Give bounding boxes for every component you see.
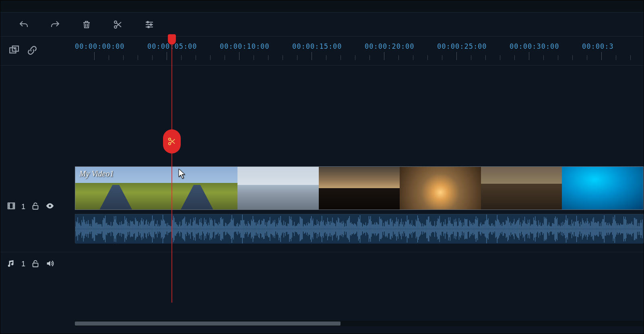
svg-rect-714 <box>33 263 38 267</box>
ruler-tick-label: 00:00:20:00 <box>365 42 415 50</box>
video-clip[interactable]: My Video1 <box>75 166 644 210</box>
add-marker-icon[interactable] <box>8 45 19 57</box>
lock-icon[interactable] <box>31 201 40 212</box>
audio-waveform[interactable] <box>75 214 644 243</box>
music-note-icon <box>7 259 16 270</box>
speaker-icon[interactable] <box>45 259 54 270</box>
svg-point-7 <box>169 138 171 141</box>
video-track-header: 1 <box>0 166 75 247</box>
visibility-icon[interactable] <box>45 201 54 212</box>
clip-thumb <box>481 167 562 210</box>
film-icon <box>7 201 16 212</box>
link-icon[interactable] <box>27 45 37 57</box>
svg-point-3 <box>150 24 152 25</box>
time-ruler[interactable]: 00:00:00:0000:00:05:0000:00:10:0000:00:1… <box>75 37 644 65</box>
music-track-index: 1 <box>21 260 25 268</box>
playhead-handle[interactable] <box>168 34 176 45</box>
split-button[interactable] <box>111 17 125 32</box>
svg-point-4 <box>148 26 149 28</box>
scrollbar-thumb[interactable] <box>75 322 341 326</box>
svg-point-2 <box>147 21 149 23</box>
video-track: 1 My Video1 <box>0 166 644 247</box>
clip-thumb <box>237 167 319 210</box>
clip-thumb <box>400 167 481 210</box>
timeline-toolbar <box>0 12 644 37</box>
lock-icon[interactable] <box>31 259 40 270</box>
clip-thumb <box>319 167 400 210</box>
svg-point-1 <box>114 26 117 28</box>
clip-thumb <box>157 167 238 210</box>
svg-point-0 <box>114 21 117 23</box>
video-editor-timeline: 00:00:00:0000:00:05:0000:00:10:0000:00:1… <box>0 0 644 334</box>
settings-button[interactable] <box>142 17 157 32</box>
ruler-controls <box>0 37 75 65</box>
split-bubble-button[interactable] <box>163 129 181 154</box>
clip-thumb <box>562 167 643 210</box>
video-track-index: 1 <box>21 203 25 211</box>
ruler-row: 00:00:00:0000:00:05:0000:00:10:0000:00:1… <box>0 37 644 66</box>
clip-title: My Video1 <box>79 169 114 178</box>
svg-rect-10 <box>33 205 38 209</box>
music-track: 1 <box>0 252 644 276</box>
ruler-tick-label: 00:00:15:00 <box>292 42 342 50</box>
music-track-header: 1 <box>0 252 75 276</box>
undo-button[interactable] <box>17 17 31 32</box>
ruler-tick-label: 00:00:3 <box>582 42 614 50</box>
clip-thumb: My Video1 <box>75 167 157 210</box>
ruler-tick-label: 00:00:00:00 <box>75 42 125 50</box>
redo-button[interactable] <box>48 17 62 32</box>
video-track-body[interactable]: My Video1 <box>75 166 644 247</box>
ruler-tick-label: 00:00:30:00 <box>510 42 559 50</box>
music-track-body[interactable] <box>75 252 644 276</box>
delete-button[interactable] <box>79 17 94 32</box>
svg-point-8 <box>169 143 171 145</box>
ruler-tick-label: 00:00:10:00 <box>220 42 270 50</box>
horizontal-scrollbar[interactable] <box>75 321 644 326</box>
svg-point-11 <box>49 205 51 207</box>
tab-strip <box>0 0 644 12</box>
ruler-tick-label: 00:00:25:00 <box>437 42 487 50</box>
